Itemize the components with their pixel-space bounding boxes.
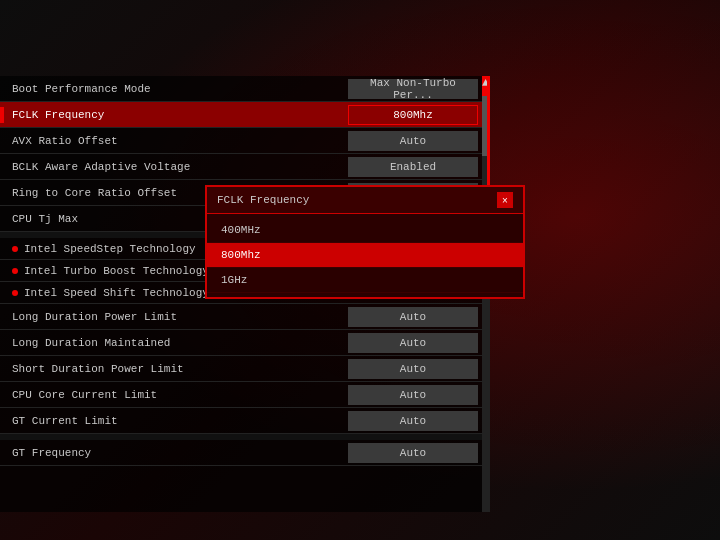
value-long-dur-maint: Auto <box>348 333 478 353</box>
value-bclk-aware: Enabled <box>348 157 478 177</box>
option-1ghz[interactable]: 1GHz <box>207 268 523 293</box>
section-indicator <box>12 246 18 252</box>
value-gt-freq: Auto <box>348 443 478 463</box>
section-indicator <box>12 290 18 296</box>
setting-cpu-core-current[interactable]: CPU Core Current Limit Auto <box>0 382 490 408</box>
setting-gt-freq[interactable]: GT Frequency Auto <box>0 440 490 466</box>
value-boot-perf-mode: Max Non-Turbo Per... <box>348 79 478 99</box>
setting-fclk-freq[interactable]: FCLK Frequency 800Mhz <box>0 102 490 128</box>
setting-long-dur-power[interactable]: Long Duration Power Limit Auto <box>0 304 490 330</box>
value-long-dur-power: Auto <box>348 307 478 327</box>
setting-short-dur-power[interactable]: Short Duration Power Limit Auto <box>0 356 490 382</box>
setting-long-dur-maint[interactable]: Long Duration Maintained Auto <box>0 330 490 356</box>
modal-header: FCLK Frequency × <box>207 187 523 214</box>
setting-boot-perf-mode[interactable]: Boot Performance Mode Max Non-Turbo Per.… <box>0 76 490 102</box>
value-avx-ratio: Auto <box>348 131 478 151</box>
modal-body: 400MHz 800Mhz 1GHz <box>207 214 523 297</box>
value-fclk-freq: 800Mhz <box>348 105 478 125</box>
setting-avx-ratio[interactable]: AVX Ratio Offset Auto <box>0 128 490 154</box>
option-400mhz[interactable]: 400MHz <box>207 218 523 243</box>
value-short-dur-power: Auto <box>348 359 478 379</box>
setting-bclk-aware[interactable]: BCLK Aware Adaptive Voltage Enabled <box>0 154 490 180</box>
section-indicator <box>12 268 18 274</box>
fclk-freq-modal[interactable]: FCLK Frequency × 400MHz 800Mhz 1GHz <box>205 185 525 299</box>
setting-gt-current[interactable]: GT Current Limit Auto <box>0 408 490 434</box>
option-800mhz[interactable]: 800Mhz <box>207 243 523 268</box>
modal-close-button[interactable]: × <box>497 192 513 208</box>
value-gt-current: Auto <box>348 411 478 431</box>
row-indicator <box>0 107 4 123</box>
value-cpu-core-current: Auto <box>348 385 478 405</box>
modal-title: FCLK Frequency <box>217 194 309 206</box>
